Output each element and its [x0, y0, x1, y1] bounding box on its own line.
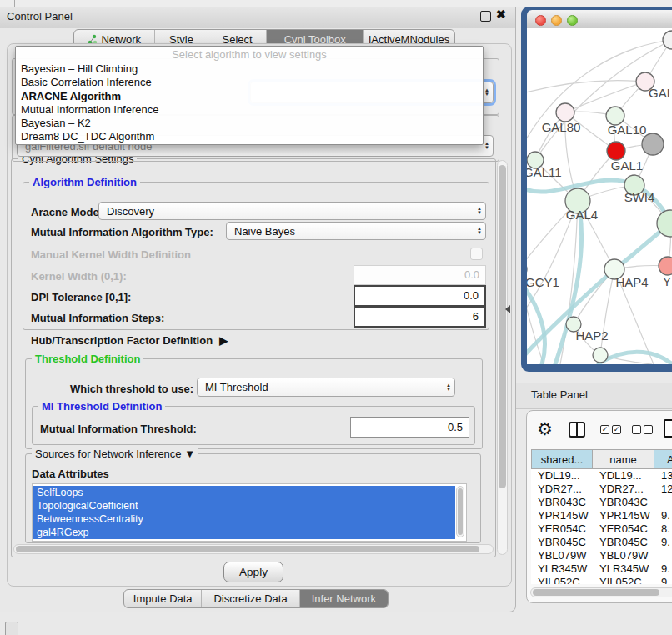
network-window-titlebar — [527, 10, 672, 29]
table-row[interactable]: YBL079WYBL079W — [531, 549, 672, 562]
manual-kernel-width-checkbox[interactable] — [470, 248, 483, 260]
close-panel-button[interactable]: ✖ — [496, 8, 506, 21]
sources-legend[interactable]: Sources for Network Inference ▼ — [32, 448, 198, 460]
aracne-mode-combobox[interactable]: Discovery ▲▼ — [98, 202, 486, 220]
dropdown-item[interactable]: Bayesian – Hill Climbing — [16, 62, 483, 76]
select-all-checkboxes-icon[interactable]: ✓✓ — [600, 425, 621, 434]
network-node-gal1[interactable] — [607, 142, 625, 160]
dropdown-item[interactable]: Mutual Information Inference — [16, 103, 483, 117]
table-cell[interactable]: 9. — [654, 576, 672, 584]
float-window-button[interactable] — [480, 11, 491, 22]
scrollbar-thumb[interactable] — [458, 488, 463, 535]
table-cell[interactable]: YBR045C — [593, 536, 654, 549]
table-cell[interactable]: YLR345W — [531, 562, 593, 576]
table-cell[interactable] — [654, 496, 672, 509]
node-label: GAL — [649, 86, 672, 100]
table-cell[interactable]: YBR045C — [531, 536, 593, 549]
panel-collapse-arrow[interactable] — [505, 305, 510, 313]
network-canvas[interactable]: GALGAL80GAL10GAL1GAL11SWI4GAL4GCY1HAP4YH… — [527, 28, 672, 364]
network-node-gal80[interactable] — [556, 103, 574, 122]
network-node-y[interactable] — [659, 257, 672, 275]
table-cell[interactable]: YPR145W — [531, 509, 593, 522]
table-row[interactable]: YPR145WYPR145W9. — [531, 509, 672, 522]
tab-infer-network[interactable]: Infer Network — [300, 590, 388, 608]
network-node[interactable] — [593, 348, 608, 362]
scrollbar-thumb[interactable] — [533, 589, 659, 596]
mi-threshold-field[interactable]: 0.5 — [350, 417, 469, 438]
which-threshold-combobox[interactable]: MI Threshold ▲▼ — [197, 378, 455, 397]
dpi-tolerance-field[interactable]: 0.0 — [354, 285, 486, 307]
table-cell[interactable]: YDR27... — [593, 482, 654, 496]
table-cell[interactable] — [654, 549, 672, 562]
table-cell[interactable]: YER054C — [593, 522, 654, 536]
table-cell[interactable]: YBL079W — [593, 549, 654, 562]
table-cell[interactable]: YDL19... — [531, 469, 593, 482]
column-header-clipped[interactable]: A — [654, 449, 672, 469]
table-cell[interactable]: 13 — [654, 469, 672, 482]
list-vertical-scrollbar[interactable] — [456, 486, 464, 538]
mi-threshold-legend: MI Threshold Definition — [38, 400, 165, 412]
split-columns-icon[interactable] — [569, 422, 585, 438]
dropdown-item[interactable]: Dream8 DC_TDC Algorithm — [16, 130, 483, 143]
table-cell[interactable]: YBR043C — [593, 496, 654, 509]
table-cell[interactable]: 8. — [654, 522, 672, 536]
apply-button[interactable]: Apply — [223, 562, 283, 582]
kernel-width-field[interactable]: 0.0 — [354, 265, 486, 285]
table-cell[interactable]: YDR27... — [531, 482, 593, 496]
node-label: HAP4 — [615, 275, 648, 289]
table-cell[interactable]: YIL052C — [531, 576, 593, 584]
scrollbar-thumb[interactable] — [499, 165, 506, 488]
table-panel-title: Table Panel — [531, 388, 588, 401]
table-cell[interactable]: 9. — [654, 536, 672, 549]
table-cell[interactable]: YBR043C — [531, 496, 593, 509]
table-cell[interactable]: YPR145W — [593, 509, 654, 522]
data-attribute-item[interactable]: BetweennessCentrality — [33, 512, 455, 526]
column-header-shared-name[interactable]: shared... — [531, 449, 593, 469]
table-cell[interactable]: YDL19... — [593, 469, 654, 482]
settings-horizontal-scrollbar[interactable] — [13, 544, 494, 554]
tab-impute-data[interactable]: Impute Data — [124, 590, 202, 608]
deselect-all-checkboxes-icon[interactable] — [632, 425, 653, 434]
table-cell[interactable]: 12 — [654, 482, 672, 496]
table-horizontal-scrollbar[interactable] — [530, 588, 672, 598]
zoom-traffic-light[interactable] — [567, 15, 578, 26]
dropdown-item-selected[interactable]: ARACNE Algorithm — [16, 90, 483, 103]
settings-vertical-scrollbar[interactable] — [497, 160, 508, 555]
data-attribute-item[interactable]: TopologicalCoefficient — [33, 499, 455, 512]
network-node[interactable] — [663, 31, 672, 49]
table-cell[interactable]: 9. — [654, 562, 672, 576]
node-label: SWI4 — [624, 190, 655, 204]
scrollbar-thumb[interactable] — [16, 546, 479, 552]
gear-icon[interactable]: ⚙ — [537, 421, 553, 438]
table-row[interactable]: YER054CYER054C8. — [531, 522, 672, 536]
table-cell[interactable]: YLR345W — [593, 562, 654, 576]
mi-threshold-label: Mutual Information Threshold: — [40, 422, 197, 435]
which-threshold-label: Which threshold to use: — [70, 382, 193, 395]
table-row[interactable]: YDR27...YDR27...12 — [531, 482, 672, 496]
table-row[interactable]: YBR043CYBR043C — [531, 496, 672, 509]
mi-algorithm-type-combobox[interactable]: Naive Bayes ▲▼ — [226, 222, 486, 240]
column-header-name[interactable]: name — [593, 449, 654, 469]
page-icon[interactable] — [664, 419, 672, 438]
window-resize-grip[interactable] — [5, 622, 18, 635]
minimize-traffic-light[interactable] — [551, 15, 562, 26]
close-traffic-light[interactable] — [535, 15, 546, 26]
data-attribute-item[interactable]: gal4RGexp — [33, 526, 455, 539]
table-cell[interactable]: YBL079W — [531, 549, 593, 562]
data-attribute-item[interactable]: SelfLoops — [33, 486, 455, 499]
table-cell[interactable]: 9. — [654, 509, 672, 522]
mi-steps-field[interactable]: 6 — [354, 306, 486, 328]
table-cell[interactable]: YIL052C — [593, 576, 654, 584]
table-row[interactable]: YIL052CYIL052C9. — [531, 576, 672, 584]
tab-discretize-data[interactable]: Discretize Data — [202, 590, 299, 608]
table-cell[interactable]: YER054C — [531, 522, 593, 536]
table-row[interactable]: YBR045CYBR045C9. — [531, 536, 672, 549]
table-row[interactable]: YDL19...YDL19...13 — [531, 469, 672, 482]
dropdown-item[interactable]: Basic Correlation Inference — [16, 76, 483, 89]
stepper-arrows-icon: ▲▼ — [477, 222, 482, 239]
dropdown-item[interactable]: Bayesian – K2 — [16, 117, 483, 130]
node-label: GCY1 — [527, 275, 559, 289]
hub-definition-toggle[interactable]: Hub/Transcription Factor Definition▶ — [31, 334, 228, 347]
mi-steps-label: Mutual Information Steps: — [31, 312, 164, 324]
table-row[interactable]: YLR345WYLR345W9. — [531, 562, 672, 576]
